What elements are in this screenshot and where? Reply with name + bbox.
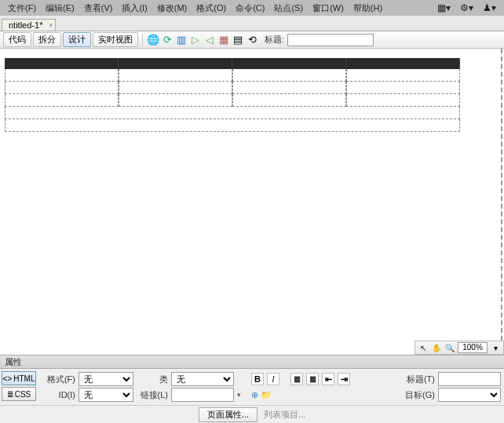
indent-icon[interactable]: ⇥ [338, 373, 350, 385]
inspect-icon[interactable]: ▦ [217, 34, 230, 46]
design-canvas[interactable] [0, 49, 504, 341]
play-left-icon[interactable]: ◁ [203, 34, 216, 46]
page-icon[interactable]: ▥ [175, 34, 188, 46]
hand-icon[interactable]: ✋ [431, 342, 442, 353]
code-icon: <> [3, 374, 13, 383]
table-row[interactable] [5, 69, 460, 82]
link-target-icon[interactable]: ⊕ [251, 390, 258, 400]
pointer-icon[interactable]: ↖ [418, 342, 429, 353]
link-label: 链接(L) [137, 389, 168, 401]
properties-panel-header[interactable]: 属性 [0, 355, 504, 369]
menu-site[interactable]: 站点(S) [269, 2, 308, 14]
title-prop-input[interactable] [438, 372, 501, 386]
menu-view[interactable]: 查看(V) [79, 2, 118, 14]
mode-html-button[interactable]: <> HTML [2, 371, 36, 385]
refresh-arrows-icon[interactable]: ⟳ [161, 34, 173, 46]
menu-edit[interactable]: 编辑(E) [41, 2, 79, 14]
class-select[interactable]: 无 [171, 372, 234, 386]
view-split-button[interactable]: 拆分 [33, 32, 61, 47]
view-live-button[interactable]: 实时视图 [93, 32, 138, 47]
bottom-bar: 页面属性... 列表项目... [0, 406, 504, 423]
refresh-icon[interactable]: ⟲ [246, 34, 258, 46]
format-label: 格式(F) [41, 374, 75, 385]
table-row[interactable] [5, 82, 460, 94]
gear-icon[interactable]: ⚙▾ [455, 2, 478, 13]
chevron-down-icon[interactable]: ▾ [490, 342, 501, 353]
mode-css-button[interactable]: ≣ CSS [2, 387, 36, 401]
view-code-button[interactable]: 代码 [3, 32, 31, 47]
table-header-row[interactable] [5, 58, 460, 69]
ul-icon[interactable]: ≣ [290, 373, 303, 385]
bold-button[interactable]: B [251, 373, 264, 385]
properties-panel: <> HTML ≣ CSS 格式(F) 无 类 无 B I ≣ ≣ ⇤ ⇥ 标题… [0, 369, 504, 406]
layout-icon[interactable]: ▦▾ [433, 2, 455, 13]
folder-icon[interactable]: 📁 [261, 390, 272, 400]
page-properties-button[interactable]: 页面属性... [199, 407, 257, 422]
table-row[interactable] [5, 94, 460, 107]
menu-insert[interactable]: 插入(I) [117, 2, 152, 14]
format-select[interactable]: 无 [79, 372, 133, 386]
user-icon[interactable]: ♟▾ [478, 2, 501, 13]
menu-modify[interactable]: 修改(M) [152, 2, 192, 14]
document-tabs: ntitled-1* × [0, 16, 504, 31]
zoom-value[interactable]: 100% [458, 342, 488, 353]
tab-label: ntitled-1* [9, 20, 42, 30]
close-icon[interactable]: × [49, 21, 53, 29]
target-select[interactable] [438, 388, 501, 402]
title-prop-label: 标题(T) [400, 374, 435, 385]
target-label: 目标(G) [400, 389, 435, 401]
menu-help[interactable]: 帮助(H) [349, 2, 387, 14]
menu-format[interactable]: 格式(O) [192, 2, 231, 14]
view-design-button[interactable]: 设计 [63, 32, 91, 47]
list-icon: ≣ [7, 390, 13, 399]
class-label: 类 [137, 374, 168, 385]
link-input[interactable] [171, 388, 234, 402]
outdent-icon[interactable]: ⇤ [322, 373, 334, 385]
list-item-button: 列表项目... [264, 409, 305, 421]
play-right-icon[interactable]: ▷ [189, 34, 202, 46]
table-element[interactable] [5, 58, 460, 132]
zoom-icon[interactable]: 🔍 [444, 342, 455, 353]
id-select[interactable]: 无 [79, 388, 133, 402]
table-row[interactable] [5, 107, 460, 119]
title-label: 标题: [265, 34, 284, 46]
menu-bar: 文件(F) 编辑(E) 查看(V) 插入(I) 修改(M) 格式(O) 命令(C… [0, 0, 504, 16]
menu-window[interactable]: 窗口(W) [308, 2, 349, 14]
grid-icon[interactable]: ▤ [232, 34, 244, 46]
menu-commands[interactable]: 命令(C) [231, 2, 269, 14]
chevron-down-icon[interactable]: ▾ [237, 391, 248, 399]
menu-file[interactable]: 文件(F) [3, 2, 41, 14]
title-input[interactable] [287, 34, 374, 46]
ol-icon[interactable]: ≣ [306, 373, 319, 385]
zoom-bar: ↖ ✋ 🔍 100% ▾ [415, 341, 504, 355]
tab-untitled-1[interactable]: ntitled-1* × [2, 19, 56, 31]
globe-icon[interactable]: 🌐 [147, 34, 159, 46]
document-toolbar: 代码 拆分 设计 实时视图 🌐 ⟳ ▥ ▷ ◁ ▦ ▤ ⟲ 标题: [0, 31, 504, 49]
italic-button[interactable]: I [267, 373, 279, 385]
table-row[interactable] [5, 119, 460, 132]
id-label: ID(I) [41, 390, 75, 399]
